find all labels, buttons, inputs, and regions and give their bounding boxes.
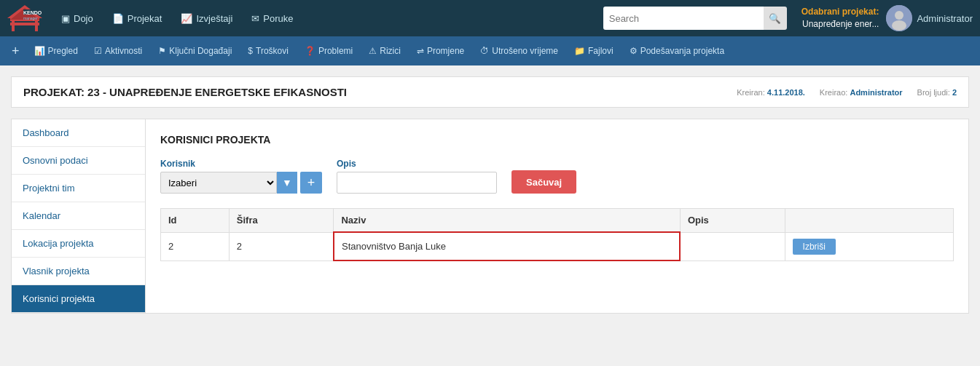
secondary-nav: + 📊 Pregled ☑ Aktivnosti ⚑ Ključni Događ… [0, 36, 980, 65]
meta-kreiran-label: Kreiran: [737, 88, 765, 97]
search-icon: 🔍 [769, 13, 781, 24]
save-button[interactable]: Sačuvaj [511, 170, 576, 194]
sec-nav-pregled[interactable]: 📊 Pregled [27, 41, 85, 60]
folder-icon: 📁 [574, 46, 585, 56]
search-area: 🔍 [603, 7, 787, 30]
nav-dojo[interactable]: ▣ Dojo [52, 9, 102, 28]
sec-nav-problemi[interactable]: ❓ Problemi [297, 41, 360, 60]
table-row: 2 2 Stanovništvo Banja Luke Izbriši [161, 232, 954, 260]
meta-kreiran-value: 4.11.2018. [767, 88, 805, 97]
sec-nav-promjene[interactable]: ⇌ Promjene [409, 41, 471, 60]
opis-input[interactable] [337, 172, 497, 194]
gear-icon: ⚙ [630, 46, 638, 56]
project-info-label: Odabrani projekat: [801, 6, 879, 18]
col-action [785, 209, 953, 233]
cell-opis [680, 232, 785, 260]
korisnik-label: Korisnik [160, 159, 322, 169]
chart-icon: 📈 [181, 13, 192, 24]
activity-icon: ☑ [94, 46, 102, 56]
meta-kreirao-value: Administrator [850, 88, 902, 97]
sec-nav-fajlovi[interactable]: 📁 Fajlovi [567, 41, 621, 60]
plus-icon: + [12, 44, 20, 59]
sec-nav-aktivnosti[interactable]: ☑ Aktivnosti [87, 41, 149, 60]
nav-poruke[interactable]: ✉ Poruke [243, 9, 302, 28]
search-input[interactable] [603, 7, 764, 30]
form-group-korisnik: Korisnik Izaberi ▼ + [160, 159, 322, 194]
form-group-opis: Opis [337, 159, 497, 194]
logo-area: KENDO manager [7, 2, 45, 34]
delete-button[interactable]: Izbriši [793, 239, 836, 255]
meta-broj: Broj ljudi: 2 [917, 88, 957, 97]
sidebar: Dashboard Osnovni podaci Projektni tim K… [11, 119, 146, 314]
mail-icon: ✉ [251, 13, 259, 24]
svg-text:KENDO: KENDO [23, 10, 42, 15]
cell-id: 2 [161, 232, 230, 260]
sidebar-item-kalendar[interactable]: Kalendar [12, 202, 145, 230]
nav-izvjestaji[interactable]: 📈 Izvještaji [172, 9, 241, 28]
project-header-bar: PROJEKAT: 23 - UNAPREĐENJE ENERGETSKE EF… [11, 76, 969, 108]
plus-icon: + [307, 175, 315, 191]
cell-sifra: 2 [229, 232, 334, 260]
sec-nav-utroseno[interactable]: ⏱ Utrošeno vrijeme [473, 41, 565, 60]
meta-broj-value: 2 [952, 88, 957, 97]
clock-icon: ⏱ [480, 46, 489, 56]
sidebar-item-osnovni-podaci[interactable]: Osnovni podaci [12, 147, 145, 175]
meta-broj-label: Broj ljudi: [917, 88, 950, 97]
project-info-name: Unapređenje ener... [801, 18, 879, 31]
svg-rect-4 [35, 21, 38, 31]
add-secondary-button[interactable]: + [6, 42, 26, 60]
table-header-row: Id Šifra Naziv Opis [161, 209, 954, 233]
project-info: Odabrani projekat: Unapređenje ener... [801, 6, 879, 31]
dollar-icon: $ [248, 46, 253, 56]
chart-line-icon: 📊 [34, 46, 45, 56]
cell-naziv: Stanovništvo Banja Luke [334, 232, 680, 260]
sidebar-item-projektni-tim[interactable]: Projektni tim [12, 175, 145, 202]
question-icon: ❓ [305, 46, 315, 56]
top-nav-links: ▣ Dojo 📄 Projekat 📈 Izvještaji ✉ Poruke [52, 9, 596, 28]
col-id: Id [161, 209, 230, 233]
file-icon: 📄 [112, 13, 124, 24]
panel-title: KORISNICI PROJEKTA [160, 134, 954, 146]
search-button[interactable]: 🔍 [764, 7, 787, 30]
col-sifra: Šifra [229, 209, 334, 233]
korisnik-select[interactable]: Izaberi [160, 172, 277, 194]
sidebar-item-lokacija[interactable]: Lokacija projekta [12, 230, 145, 258]
main-content: PROJEKAT: 23 - UNAPREĐENJE ENERGETSKE EF… [0, 65, 980, 325]
sec-nav-troskovi[interactable]: $ Troškovi [240, 41, 296, 60]
form-row: Korisnik Izaberi ▼ + Opis [160, 159, 954, 194]
korisnik-add-button[interactable]: + [300, 172, 322, 194]
warning-icon: ⚠ [369, 46, 377, 56]
flag-icon: ⚑ [158, 46, 166, 56]
user-area: Administrator [886, 5, 973, 31]
chevron-down-icon: ▼ [282, 177, 292, 188]
sec-nav-podesavanja[interactable]: ⚙ Podešavanja projekta [622, 41, 732, 60]
swap-icon: ⇌ [417, 46, 424, 56]
meta-kreirao-label: Kreirao: [820, 88, 848, 97]
select-dropdown-btn[interactable]: ▼ [277, 172, 297, 194]
logo-icon: KENDO manager [7, 2, 42, 34]
svg-rect-3 [12, 21, 15, 31]
sidebar-item-vlasnik[interactable]: Vlasnik projekta [12, 258, 145, 285]
top-nav: KENDO manager ▣ Dojo 📄 Projekat 📈 Izvješ… [0, 0, 980, 36]
svg-text:manager: manager [23, 16, 38, 20]
opis-label: Opis [337, 159, 497, 169]
content-layout: Dashboard Osnovni podaci Projektni tim K… [11, 119, 969, 314]
avatar [886, 5, 912, 31]
sec-nav-kljucni[interactable]: ⚑ Ključni Događaji [151, 41, 239, 60]
project-title: PROJEKAT: 23 - UNAPREĐENJE ENERGETSKE EF… [23, 86, 347, 98]
home-icon: ▣ [61, 13, 70, 24]
cell-action: Izbriši [785, 232, 953, 260]
meta-kreirao: Kreirao: Administrator [820, 88, 903, 97]
meta-kreiran: Kreiran: 4.11.2018. [737, 88, 805, 97]
data-table: Id Šifra Naziv Opis 2 2 Stanovništvo Ban… [160, 208, 954, 261]
main-panel: KORISNICI PROJEKTA Korisnik Izaberi ▼ + [146, 119, 969, 314]
sec-nav-rizici[interactable]: ⚠ Rizici [361, 41, 408, 60]
svg-point-12 [892, 20, 906, 31]
project-meta: Kreiran: 4.11.2018. Kreirao: Administrat… [737, 88, 957, 97]
svg-point-11 [895, 11, 903, 20]
nav-projekat[interactable]: 📄 Projekat [103, 9, 171, 28]
sidebar-item-korisnici[interactable]: Korisnici projekta [12, 285, 145, 313]
col-opis: Opis [680, 209, 785, 233]
user-name: Administrator [917, 13, 973, 24]
sidebar-item-dashboard[interactable]: Dashboard [12, 119, 145, 147]
